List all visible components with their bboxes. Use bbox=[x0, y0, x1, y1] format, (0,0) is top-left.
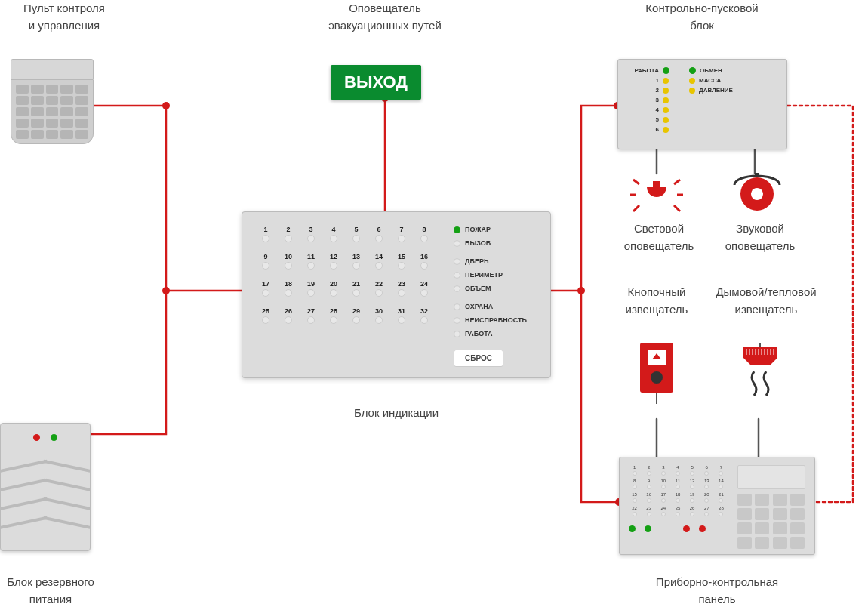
zone-1: 1 bbox=[259, 226, 272, 242]
detector-icon bbox=[736, 340, 785, 411]
zone-20: 20 bbox=[327, 280, 340, 297]
pkp-zone-12: 12 bbox=[687, 479, 698, 489]
label-indicator-block: Блок индикации bbox=[325, 405, 468, 422]
zone-21: 21 bbox=[349, 280, 363, 297]
svg-line-9 bbox=[674, 180, 680, 184]
label-backup-power: Блок резервногопитания bbox=[0, 574, 107, 608]
pkp-device: 1234567891011121314151617181920212223242… bbox=[619, 457, 815, 555]
clb-left-2: 2 bbox=[629, 87, 669, 94]
svg-point-1 bbox=[162, 102, 170, 109]
indicator-block: 1234567891011121314151617181920212223242… bbox=[242, 211, 551, 378]
status-неисправность: НЕИСПРАВНОСТЬ bbox=[454, 316, 534, 324]
zone-9: 9 bbox=[259, 253, 272, 270]
svg-rect-17 bbox=[640, 343, 673, 393]
zone-25: 25 bbox=[259, 307, 272, 324]
pkp-zone-16: 16 bbox=[643, 492, 654, 503]
light-notifier-icon bbox=[630, 174, 683, 222]
zone-26: 26 bbox=[282, 307, 295, 324]
zone-5: 5 bbox=[349, 226, 363, 242]
pkp-zone-13: 13 bbox=[701, 479, 713, 489]
clb-left-5: 5 bbox=[629, 116, 669, 123]
pkp-zone-8: 8 bbox=[629, 479, 640, 489]
svg-line-8 bbox=[633, 180, 639, 184]
clb-left-1: 1 bbox=[629, 77, 669, 84]
zone-22: 22 bbox=[372, 280, 386, 297]
pkp-zone-14: 14 bbox=[716, 479, 727, 489]
pkp-zone-21: 21 bbox=[716, 492, 727, 503]
svg-point-4 bbox=[577, 287, 585, 294]
svg-rect-7 bbox=[653, 181, 660, 187]
pkp-zone-2: 2 bbox=[643, 465, 654, 476]
status-вызов: ВЫЗОВ bbox=[454, 239, 534, 247]
zone-24: 24 bbox=[417, 280, 431, 297]
clb-left-3: 3 bbox=[629, 97, 669, 103]
svg-point-2 bbox=[162, 287, 170, 294]
status-дверь: ДВЕРЬ bbox=[454, 257, 534, 265]
zone-14: 14 bbox=[372, 253, 386, 270]
pkp-zone-24: 24 bbox=[657, 506, 669, 516]
label-detector: Дымовой/тепловойизвещатель bbox=[709, 284, 823, 318]
control-keypad-device bbox=[11, 59, 94, 144]
zone-31: 31 bbox=[395, 307, 408, 324]
label-control-panel: Пульт контроляи управления bbox=[8, 0, 121, 34]
pkp-zone-10: 10 bbox=[657, 479, 669, 489]
svg-line-10 bbox=[633, 205, 639, 211]
pkp-zone-9: 9 bbox=[643, 479, 654, 489]
zone-13: 13 bbox=[349, 253, 363, 270]
zone-27: 27 bbox=[304, 307, 318, 324]
zone-30: 30 bbox=[372, 307, 386, 324]
backup-power-device bbox=[0, 423, 91, 551]
pkp-zone-17: 17 bbox=[657, 492, 669, 503]
status-охрана: ОХРАНА bbox=[454, 303, 534, 310]
zone-7: 7 bbox=[395, 226, 408, 242]
label-call-point: Кнопочныйизвещатель bbox=[608, 284, 706, 318]
pkp-zone-25: 25 bbox=[672, 506, 683, 516]
zone-6: 6 bbox=[372, 226, 386, 242]
label-clb: Контрольно-пусковойблок bbox=[611, 0, 793, 34]
zone-15: 15 bbox=[395, 253, 408, 270]
call-point-icon bbox=[634, 340, 679, 407]
pkp-zone-19: 19 bbox=[687, 492, 698, 503]
svg-point-19 bbox=[651, 371, 663, 384]
status-периметр: ПЕРИМЕТР bbox=[454, 271, 534, 279]
label-evac-notifier: Оповещательэвакуационных путей bbox=[302, 0, 468, 34]
zone-29: 29 bbox=[349, 307, 363, 324]
zone-17: 17 bbox=[259, 280, 272, 297]
label-pkp: Приборно-контрольнаяпанель bbox=[619, 574, 815, 608]
pkp-zone-3: 3 bbox=[657, 465, 669, 476]
label-sound-notifier: Звуковойоповещатель bbox=[711, 220, 809, 254]
zone-8: 8 bbox=[417, 226, 431, 242]
svg-line-11 bbox=[674, 205, 680, 211]
pkp-zone-23: 23 bbox=[643, 506, 654, 516]
pkp-zone-1: 1 bbox=[629, 465, 640, 476]
zone-12: 12 bbox=[327, 253, 340, 270]
svg-rect-16 bbox=[755, 173, 759, 177]
status-работа: РАБОТА bbox=[454, 330, 534, 337]
pkp-zone-7: 7 bbox=[716, 465, 727, 476]
pkp-zone-26: 26 bbox=[687, 506, 698, 516]
zone-23: 23 bbox=[395, 280, 408, 297]
zone-2: 2 bbox=[282, 226, 295, 242]
pkp-zone-4: 4 bbox=[672, 465, 683, 476]
pkp-zone-28: 28 bbox=[716, 506, 727, 516]
zone-18: 18 bbox=[282, 280, 295, 297]
clb-left-РАБОТА: РАБОТА bbox=[629, 67, 669, 74]
sound-notifier-icon bbox=[731, 170, 783, 222]
clb-left-6: 6 bbox=[629, 126, 669, 133]
status-пожар: ПОЖАР bbox=[454, 226, 534, 233]
svg-point-15 bbox=[751, 188, 763, 200]
pkp-zone-22: 22 bbox=[629, 506, 640, 516]
zone-28: 28 bbox=[327, 307, 340, 324]
exit-sign: ВЫХОД bbox=[331, 65, 421, 100]
reset-button[interactable]: СБРОС bbox=[454, 350, 503, 367]
pkp-zone-5: 5 bbox=[687, 465, 698, 476]
clb-left-4: 4 bbox=[629, 106, 669, 113]
zone-10: 10 bbox=[282, 253, 295, 270]
zone-4: 4 bbox=[327, 226, 340, 242]
status-объем: ОБЪЕМ bbox=[454, 285, 534, 292]
zone-3: 3 bbox=[304, 226, 318, 242]
pkp-zone-15: 15 bbox=[629, 492, 640, 503]
pkp-zone-18: 18 bbox=[672, 492, 683, 503]
pkp-zone-20: 20 bbox=[701, 492, 713, 503]
control-launch-block: РАБОТА123456 ОБМЕНМАССАДАВЛЕНИЕ bbox=[617, 59, 787, 149]
